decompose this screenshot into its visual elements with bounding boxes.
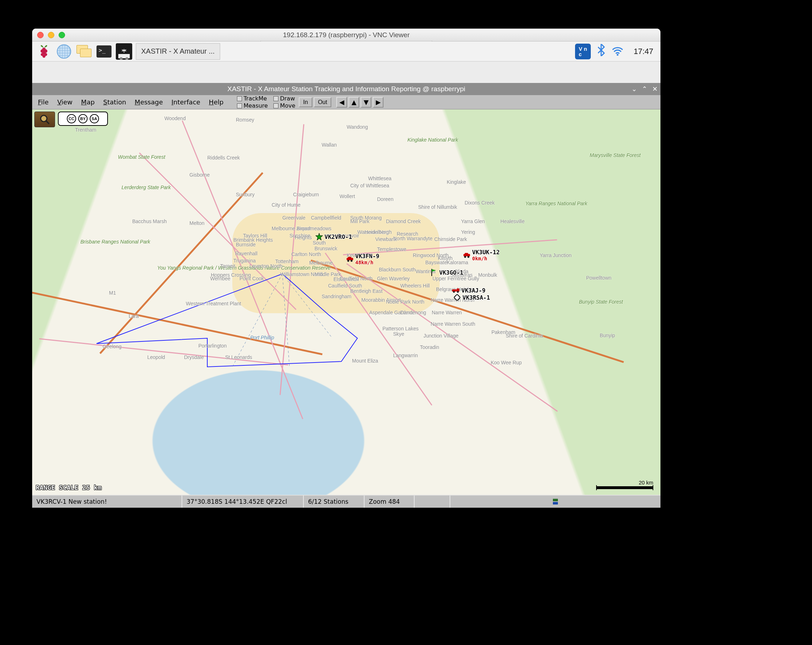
station-symbol-icon bbox=[453, 293, 461, 301]
zoom-out-button[interactable]: Out bbox=[314, 97, 332, 107]
place-label: Narre Warren South bbox=[430, 321, 475, 327]
menu-view[interactable]: View bbox=[53, 97, 76, 107]
minimize-icon[interactable]: ⌄ bbox=[632, 85, 637, 93]
place-label: Craigieburn bbox=[293, 192, 319, 197]
svg-point-2 bbox=[42, 47, 46, 51]
place-label: Elsternwick bbox=[333, 277, 359, 282]
taskbar-app-button[interactable]: XASTIR - X Amateur ... bbox=[136, 43, 220, 60]
place-label: Laverton North bbox=[249, 263, 283, 269]
place-label: Wandong bbox=[346, 124, 368, 130]
pan-right-button[interactable]: ▶ bbox=[373, 97, 383, 108]
zoom-in-button[interactable]: In bbox=[299, 97, 312, 107]
station-callsign: VK3GO-1 bbox=[439, 269, 463, 276]
place-label: Blackburn South bbox=[379, 267, 416, 272]
clock[interactable]: 17:47 bbox=[630, 47, 657, 56]
toggle-measure[interactable]: Measure bbox=[237, 102, 268, 109]
pan-up-button[interactable]: ▲ bbox=[348, 97, 359, 108]
maximize-button[interactable] bbox=[59, 32, 65, 38]
terminal-icon[interactable] bbox=[96, 43, 112, 60]
station-vk3uk-12[interactable]: VK3UK-120km/h bbox=[463, 249, 500, 261]
xastir-title: XASTIR - X Amateur Station Tracking and … bbox=[227, 85, 466, 93]
station-speed: 48km/h bbox=[355, 260, 379, 265]
place-label: Skye bbox=[393, 331, 404, 337]
menu-map[interactable]: Map bbox=[78, 97, 98, 107]
file-manager-icon[interactable] bbox=[76, 43, 92, 60]
station-callsign: VK3AJ-9 bbox=[461, 287, 485, 294]
station-vk2vro-1[interactable]: VK2VRO-1 bbox=[315, 233, 352, 241]
toggle-draw[interactable]: Draw bbox=[273, 95, 295, 102]
menu-interface[interactable]: Interface bbox=[168, 97, 204, 107]
station-vk3fn-9[interactable]: VK3FN-948km/h bbox=[346, 253, 379, 265]
range-scale-label: RANGE SCALE 25 km bbox=[36, 484, 102, 491]
menu-message[interactable]: Message bbox=[131, 97, 166, 107]
place-label: City of Hume bbox=[272, 202, 301, 208]
statusbar: VK3RCV-1 New station! 37°30.818S 144°13.… bbox=[32, 495, 661, 508]
svg-point-31 bbox=[453, 291, 455, 293]
svg-rect-21 bbox=[348, 257, 351, 258]
place-label: Doreen bbox=[377, 196, 394, 202]
xastir-window: XASTIR - X Amateur Station Tracking and … bbox=[32, 83, 661, 508]
close-button[interactable] bbox=[37, 32, 44, 38]
magnifier-icon[interactable] bbox=[34, 112, 55, 127]
xastir-titlebar[interactable]: XASTIR - X Amateur Station Tracking and … bbox=[32, 83, 661, 95]
raspberry-menu-icon[interactable] bbox=[36, 43, 52, 60]
place-label: Mount Eliza bbox=[352, 358, 378, 364]
pan-left-button[interactable]: ◀ bbox=[336, 97, 347, 108]
place-label: Brisbane Ranges National Park bbox=[81, 239, 150, 245]
place-label: Templestowe bbox=[377, 246, 406, 252]
place-label: Sunbury bbox=[236, 192, 255, 197]
minimize-button[interactable] bbox=[48, 32, 54, 38]
cc-license-badge[interactable]: CC BY SA bbox=[58, 112, 108, 126]
place-label: Shire of Nillumbik bbox=[418, 204, 457, 210]
toggle-trackme[interactable]: TrackMe bbox=[237, 95, 268, 102]
map-canvas[interactable]: CC BY SA WoodendRomseyWandongTrenthamWom… bbox=[32, 109, 661, 495]
place-label: Brimbank Heights bbox=[234, 237, 273, 243]
menu-help[interactable]: Help bbox=[205, 97, 227, 107]
svg-point-32 bbox=[457, 291, 459, 293]
pan-down-button[interactable]: ▼ bbox=[360, 97, 371, 108]
browser-icon[interactable] bbox=[56, 43, 72, 60]
place-label: Yarra Junction bbox=[540, 252, 571, 258]
station-symbol-icon bbox=[452, 286, 460, 294]
bluetooth-icon[interactable] bbox=[597, 44, 605, 59]
place-label: Junction Village bbox=[423, 333, 458, 339]
station-vk3go-1[interactable]: VK3GO-1 bbox=[430, 269, 463, 277]
place-label: Langwarrin bbox=[393, 353, 418, 358]
close-icon[interactable]: ✕ bbox=[652, 85, 658, 93]
station-vk3rsa-1[interactable]: VK3RSA-1 bbox=[453, 293, 490, 301]
station-symbol-icon bbox=[430, 269, 438, 277]
station-speed: 0km/h bbox=[472, 256, 500, 261]
place-label: Narre Warren bbox=[432, 310, 462, 315]
place-label: Werribee bbox=[210, 276, 230, 281]
place-label: City of Whittlesea bbox=[350, 183, 389, 188]
lxde-taskbar: XASTIR - X Amateur ... V nc 17:47 bbox=[32, 41, 661, 61]
status-zoom: Zoom 484 bbox=[365, 495, 415, 508]
place-label: Middle Park bbox=[314, 271, 341, 277]
mac-titlebar[interactable]: 192.168.2.179 (raspberrypi) - VNC Viewer bbox=[32, 29, 661, 41]
wifi-icon[interactable] bbox=[612, 46, 624, 57]
place-label: Tottenham bbox=[275, 258, 298, 264]
place-label: Diamond Creek bbox=[386, 219, 421, 224]
place-label: Glen Waverley bbox=[377, 276, 409, 281]
place-label: Pakenham bbox=[491, 329, 515, 335]
svg-line-18 bbox=[46, 121, 49, 124]
station-callsign: VK3FN-9 bbox=[355, 253, 379, 260]
place-label: Drysdale bbox=[184, 354, 204, 360]
maximize-icon[interactable]: ⌃ bbox=[642, 85, 647, 93]
menu-station[interactable]: Station bbox=[100, 97, 130, 107]
place-label: Geelong bbox=[102, 344, 122, 349]
xastir-app-icon[interactable] bbox=[116, 43, 132, 60]
menu-file[interactable]: File bbox=[34, 97, 52, 107]
svg-rect-25 bbox=[465, 253, 468, 255]
place-label: Patterson Lakes bbox=[382, 326, 418, 332]
place-label: Gisborne bbox=[189, 172, 210, 178]
place-label: Wheelers Hill bbox=[400, 283, 430, 289]
place-label: Port Phillip bbox=[250, 335, 274, 340]
place-label: Watsonia North bbox=[357, 229, 392, 235]
place-label: Lara bbox=[129, 313, 139, 319]
vnc-viewer-window: 192.168.2.179 (raspberrypi) - VNC Viewer… bbox=[32, 29, 661, 508]
vnc-server-icon[interactable]: V nc bbox=[575, 44, 591, 60]
toggle-move[interactable]: Move bbox=[273, 102, 295, 109]
station-vk3aj-9[interactable]: VK3AJ-9 bbox=[452, 286, 485, 294]
place-label: Sunshine bbox=[290, 233, 310, 238]
